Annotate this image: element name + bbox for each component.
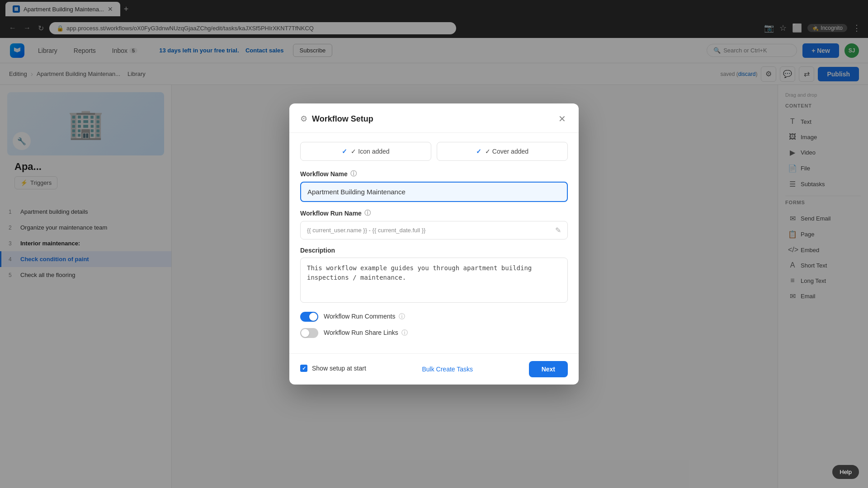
workflow-run-share-toggle[interactable] <box>300 328 318 338</box>
show-setup-label: Show setup at start <box>312 365 366 372</box>
next-button[interactable]: Next <box>529 361 568 377</box>
share-info-icon[interactable]: ⓘ <box>400 329 408 336</box>
modal-close-button[interactable]: ✕ <box>557 113 568 125</box>
modal-gear-icon: ⚙ <box>300 114 307 124</box>
run-name-value: {{ current_user.name }} - {{ current_dat… <box>307 227 555 234</box>
run-name-info-icon[interactable]: ⓘ <box>364 209 371 217</box>
workflow-run-comments-toggle[interactable] <box>300 312 318 322</box>
check-icon-cover: ✓ <box>476 148 481 155</box>
toggle-knob <box>309 313 317 321</box>
modal-overlay[interactable]: ⚙ Workflow Setup ✕ ✓ ✓ Icon added ✓ ✓ Co… <box>0 0 868 488</box>
workflow-run-comments-label: Workflow Run Comments ⓘ <box>324 313 405 321</box>
modal-body: ✓ ✓ Icon added ✓ ✓ Cover added Workflow … <box>289 133 579 353</box>
check-icon: ✓ <box>342 148 347 155</box>
checkbox-check-icon: ✓ <box>302 366 306 371</box>
description-textarea[interactable]: This workflow example guides you through… <box>300 258 568 303</box>
comments-info-icon[interactable]: ⓘ <box>397 313 405 320</box>
workflow-name-info-icon[interactable]: ⓘ <box>350 170 357 178</box>
workflow-run-share-label: Workflow Run Share Links ⓘ <box>324 329 408 337</box>
icon-cover-row: ✓ ✓ Icon added ✓ ✓ Cover added <box>300 142 568 161</box>
workflow-setup-modal: ⚙ Workflow Setup ✕ ✓ ✓ Icon added ✓ ✓ Co… <box>289 103 579 385</box>
workflow-run-comments-row: Workflow Run Comments ⓘ <box>300 312 568 322</box>
description-label: Description <box>300 247 568 254</box>
show-setup-row: ✓ Show setup at start <box>300 365 366 372</box>
bulk-create-button[interactable]: Bulk Create Tasks <box>422 366 473 373</box>
cover-added-button[interactable]: ✓ ✓ Cover added <box>437 142 568 161</box>
run-name-label: Workflow Run Name ⓘ <box>300 209 568 217</box>
workflow-name-label: Workflow Name ⓘ <box>300 170 568 178</box>
toggle-knob-share <box>301 329 309 337</box>
icon-added-button[interactable]: ✓ ✓ Icon added <box>300 142 431 161</box>
show-setup-checkbox[interactable]: ✓ <box>300 365 307 372</box>
modal-footer: ✓ Show setup at start Bulk Create Tasks … <box>289 353 579 385</box>
help-button[interactable]: Help <box>832 465 859 479</box>
modal-title: Workflow Setup <box>312 114 552 124</box>
run-name-field[interactable]: {{ current_user.name }} - {{ current_dat… <box>300 221 568 239</box>
modal-header: ⚙ Workflow Setup ✕ <box>289 103 579 133</box>
workflow-name-input[interactable] <box>300 182 568 202</box>
workflow-run-share-row: Workflow Run Share Links ⓘ <box>300 328 568 338</box>
run-name-edit-icon[interactable]: ✎ <box>555 226 561 235</box>
